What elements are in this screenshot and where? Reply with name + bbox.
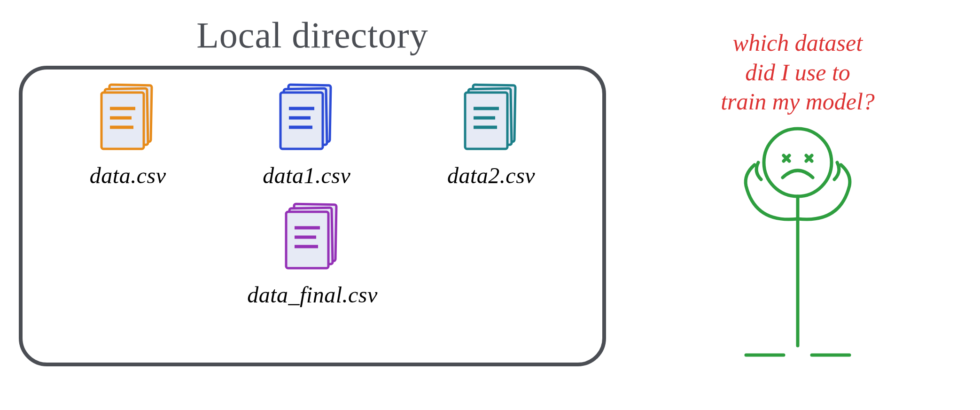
file-stack-icon [95,81,161,159]
file-item-0: data.csv [90,81,166,188]
directory-panel: Local directory data [19,9,606,366]
svg-point-24 [764,129,832,196]
folder-box: data.csv data1.csv [19,66,606,366]
file-stack-icon [280,201,345,278]
file-label: data.csv [90,162,166,188]
file-item-1: data1.csv [263,81,350,188]
file-item-2: data2.csv [447,81,535,188]
file-row-2: data_final.csv [41,201,583,308]
file-item-3: data_final.csv [247,201,378,308]
file-stack-icon [459,81,524,159]
svg-rect-8 [280,93,323,149]
svg-rect-14 [465,93,507,149]
svg-rect-2 [101,93,144,149]
file-label: data_final.csv [247,282,378,308]
confused-person-icon [713,120,882,383]
file-row-1: data.csv data1.csv [41,81,583,188]
file-label: data1.csv [263,162,350,188]
question-text: which dataset did I use to train my mode… [721,28,875,116]
file-label: data2.csv [447,162,535,188]
file-stack-icon [274,81,340,159]
directory-title: Local directory [196,14,428,56]
person-panel: which dataset did I use to train my mode… [634,9,961,383]
svg-rect-20 [286,212,328,268]
